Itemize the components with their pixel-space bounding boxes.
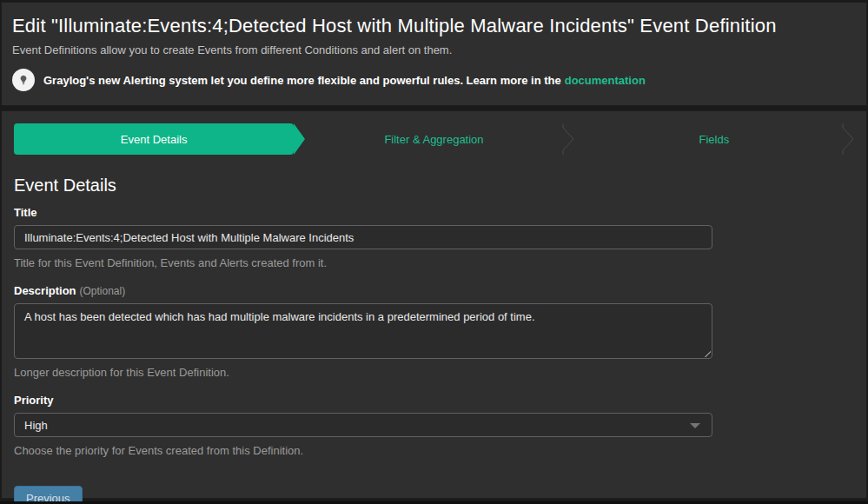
description-label-text: Description	[14, 284, 76, 297]
alerting-notice: Graylog's new Alerting system let you de…	[12, 69, 856, 91]
wizard-step-filter-aggregation[interactable]: Filter & Aggregation	[294, 123, 573, 155]
notice-text: Graylog's new Alerting system let you de…	[43, 74, 646, 87]
priority-help-text: Choose the priority for Events created f…	[14, 444, 712, 457]
title-label: Title	[14, 206, 712, 219]
wizard-step-label: Fields	[699, 133, 729, 146]
wizard-step-event-details[interactable]: Event Details	[14, 123, 294, 155]
wizard-step-fields[interactable]: Fields	[574, 123, 854, 155]
priority-select[interactable]: High	[14, 413, 712, 437]
title-help-text: Title for this Event Definition, Events …	[14, 256, 712, 269]
chevron-right-icon	[842, 123, 854, 155]
description-help-text: Longer description for this Event Defini…	[14, 366, 712, 379]
section-title: Event Details	[14, 176, 854, 196]
notice-text-body: Graylog's new Alerting system let you de…	[43, 74, 561, 87]
wizard-step-label: Event Details	[121, 133, 188, 146]
priority-field-group: Priority High Choose the priority for Ev…	[14, 394, 712, 457]
optional-hint: (Optional)	[80, 285, 126, 297]
description-label: Description(Optional)	[14, 284, 712, 297]
wizard-steps: Event Details Filter & Aggregation Field…	[14, 123, 854, 155]
page-subtitle: Event Definitions allow you to create Ev…	[12, 43, 856, 56]
priority-selected-value: High	[24, 419, 48, 432]
description-field-group: Description(Optional) A host has been de…	[14, 284, 712, 379]
description-textarea-wrap: A host has been detected which has had m…	[14, 303, 712, 359]
event-definition-form-panel: Event Details Filter & Aggregation Field…	[1, 110, 867, 499]
documentation-link[interactable]: documentation	[565, 74, 646, 87]
priority-label: Priority	[14, 394, 712, 407]
lightbulb-icon	[12, 69, 35, 91]
description-textarea[interactable]: A host has been detected which has had m…	[14, 303, 712, 359]
page-header: Edit "Illuminate:Events:4;Detected Host …	[1, 2, 867, 106]
wizard-step-label: Filter & Aggregation	[384, 133, 483, 146]
page-title: Edit "Illuminate:Events:4;Detected Host …	[12, 15, 856, 37]
caret-down-icon	[690, 423, 700, 428]
title-field-group: Title Title for this Event Definition, E…	[14, 206, 712, 269]
title-input[interactable]	[14, 225, 712, 249]
chevron-right-icon	[562, 123, 574, 155]
